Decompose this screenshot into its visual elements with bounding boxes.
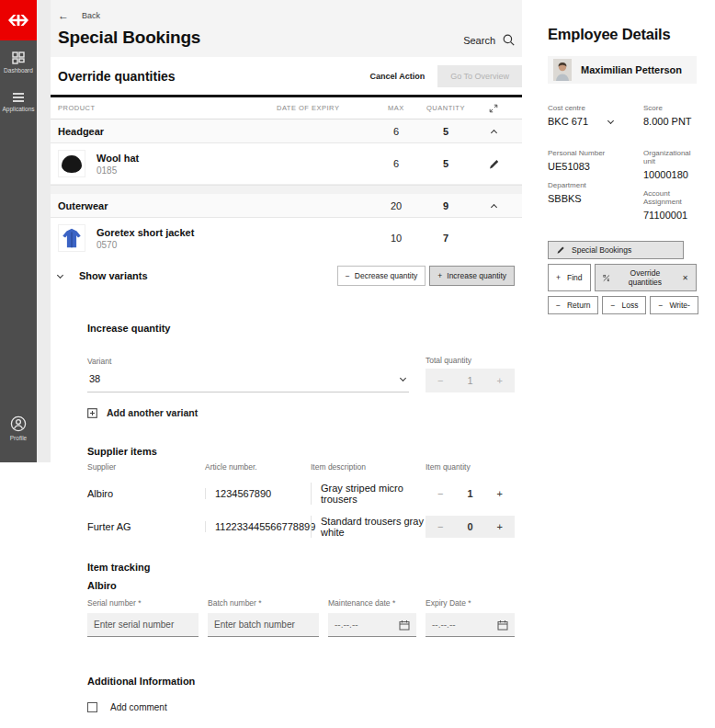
minus-icon: −: [346, 271, 350, 280]
plus-icon: +: [437, 271, 442, 280]
override-quantities-chip[interactable]: Override quantities ✕: [595, 264, 697, 291]
field-label: Cost centre: [548, 104, 643, 112]
group-row-outerwear[interactable]: Outerwear 20 9: [51, 194, 522, 218]
chip-label: Write-: [669, 301, 690, 310]
sbb-logo[interactable]: [0, 0, 37, 40]
product-code: 0185: [96, 165, 139, 176]
loss-chip[interactable]: − Loss: [602, 296, 646, 314]
batch-number-label: Batch number *: [208, 598, 319, 608]
column-item-quantity: Item quantity: [426, 462, 515, 472]
add-another-variant-label: Add another variant: [107, 407, 198, 418]
stepper-minus-button[interactable]: −: [426, 369, 455, 392]
search-button[interactable]: Search: [463, 34, 515, 48]
sidebar-item-label: Dashboard: [0, 67, 37, 74]
write-off-chip[interactable]: − Write-: [650, 296, 698, 314]
item-tracking-title: Item tracking: [87, 562, 515, 573]
show-variants-toggle[interactable]: Show variants: [58, 270, 148, 281]
minus-icon: −: [556, 301, 561, 310]
column-max: MAX: [373, 104, 419, 112]
calendar-icon[interactable]: [497, 620, 508, 631]
group-max: 20: [373, 200, 419, 211]
column-article-number: Article number.: [205, 462, 311, 472]
go-to-overview-button[interactable]: Go To Overview: [437, 65, 522, 87]
add-another-variant-button[interactable]: Add another variant: [87, 407, 515, 418]
supplier-row: Furter AG 112233445566778899 Standard tr…: [87, 516, 515, 538]
batch-number-field[interactable]: [208, 613, 319, 637]
table-row-goretex-jacket[interactable]: Goretex short jacket 0570 10 7: [51, 218, 522, 258]
column-supplier: Supplier: [87, 462, 205, 472]
chip-label: Return: [567, 301, 591, 310]
app-window: Dashboard Applications Profile ← Back: [0, 0, 715, 728]
plus-icon: +: [556, 273, 561, 282]
table-row-wool-hat[interactable]: Wool hat 0185 6 5: [51, 143, 522, 185]
serial-number-field[interactable]: [87, 613, 199, 637]
back-button[interactable]: ← Back: [58, 9, 515, 22]
product-code: 0570: [96, 240, 194, 250]
expiry-date-value: --.--.--: [432, 620, 456, 630]
override-icon: [603, 274, 610, 282]
edit-pencil-icon[interactable]: [488, 158, 500, 170]
sidebar-item-dashboard[interactable]: Dashboard: [0, 51, 37, 74]
employee-name: Maximilian Petterson: [581, 64, 682, 75]
batch-number-input[interactable]: [214, 620, 312, 630]
increase-quantity-button[interactable]: + Increase quantity: [429, 266, 515, 286]
total-quantity-label: Total quantity: [426, 356, 515, 365]
supplier-header-row: Supplier Article number. Item descriptio…: [87, 462, 515, 472]
sidebar-item-label: Profile: [0, 435, 37, 441]
stepper-minus-button[interactable]: −: [426, 483, 455, 505]
variant-select[interactable]: 38: [87, 366, 409, 392]
chevron-up-icon[interactable]: [490, 129, 496, 135]
item-max: 10: [373, 233, 419, 244]
show-variants-label: Show variants: [79, 270, 148, 281]
expiry-date-field[interactable]: --.--.--: [426, 613, 515, 637]
toolbar-title: Override quantities: [58, 69, 176, 84]
minus-icon: −: [658, 301, 663, 310]
stepper-plus-button[interactable]: +: [485, 483, 515, 505]
employee-card[interactable]: Maximilian Petterson: [548, 56, 697, 84]
search-icon: [503, 34, 515, 46]
sidebar-item-profile[interactable]: Profile: [0, 415, 37, 441]
field-label: Department: [548, 181, 643, 189]
decrease-quantity-button[interactable]: − Decrease quantity: [337, 266, 426, 286]
maintenance-date-field[interactable]: --.--.--: [328, 613, 416, 637]
blue-jacket-image: [60, 226, 84, 250]
calendar-icon[interactable]: [399, 620, 410, 631]
close-icon[interactable]: ✕: [682, 274, 688, 282]
chip-label: Loss: [621, 301, 638, 310]
group-max: 6: [373, 126, 419, 137]
group-row-headgear[interactable]: Headgear 6 5: [51, 119, 522, 143]
variant-value: 38: [89, 373, 100, 384]
item-tracking-subtitle: Albiro: [87, 580, 515, 591]
chevron-up-icon[interactable]: [490, 203, 496, 210]
stepper-plus-button[interactable]: +: [485, 369, 515, 392]
checkbox-unchecked[interactable]: [87, 702, 97, 712]
item-quantity-value: 1: [455, 483, 484, 505]
cancel-action-button[interactable]: Cancel Action: [369, 72, 425, 81]
variant-label: Variant: [87, 357, 409, 366]
supplier-name: Albiro: [87, 488, 205, 499]
group-name: Headgear: [58, 126, 277, 137]
action-toolbar: Override quantities Cancel Action Go To …: [51, 57, 522, 95]
field-value: BKC 671: [548, 116, 588, 127]
collapse-all-icon[interactable]: [472, 104, 515, 113]
minus-icon: −: [610, 301, 615, 310]
panel-title: Employee Details: [548, 26, 697, 43]
return-chip[interactable]: − Return: [548, 296, 598, 314]
stepper-minus-button[interactable]: −: [426, 516, 455, 538]
sidebar-item-applications[interactable]: Applications: [0, 92, 37, 112]
increase-quantity-form: Increase quantity Variant 38 Total quant…: [51, 323, 522, 728]
find-chip[interactable]: + Find: [548, 264, 591, 291]
group-quantity: 5: [419, 126, 472, 137]
column-product: PRODUCT: [58, 104, 277, 112]
stepper-plus-button[interactable]: +: [485, 516, 515, 538]
serial-number-input[interactable]: [94, 620, 192, 630]
article-number: 112233445566778899: [205, 521, 311, 532]
cost-centre-select[interactable]: BKC 671: [548, 116, 643, 127]
field-label: Score: [643, 104, 697, 112]
checkbox-label: Add comment: [110, 702, 167, 712]
item-description: Standard trousers gray white: [311, 516, 426, 538]
add-comment-option[interactable]: Add comment: [87, 702, 515, 712]
special-bookings-chip[interactable]: Special Bookings: [548, 241, 684, 259]
chevron-down-icon: [57, 271, 63, 278]
column-date-of-expiry: DATE OF EXPIRY: [277, 104, 373, 112]
